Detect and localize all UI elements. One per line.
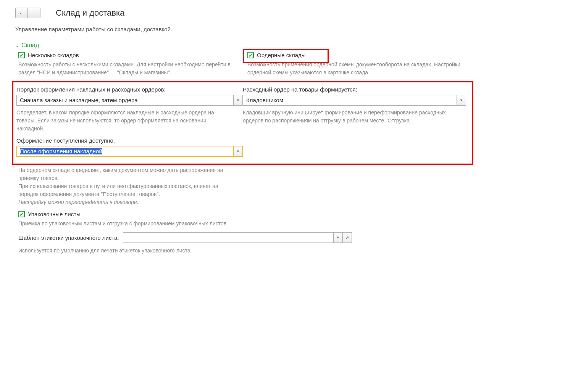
receipt-desc2: При использовании товаров в пути или нео… bbox=[18, 182, 232, 198]
receipt-desc-block: На ордерном складе определяет, каким док… bbox=[18, 166, 247, 206]
order-sequence-desc: Определяет, в каком порядке оформляются … bbox=[16, 109, 230, 133]
nav-buttons: ← → bbox=[15, 8, 40, 18]
section-toggle-warehouse[interactable]: ⌄ Склад bbox=[15, 42, 566, 49]
expense-order-dropdown-button[interactable]: ▼ bbox=[457, 95, 466, 106]
order-sequence-input[interactable]: Сначала заказы и накладные, затем ордера bbox=[16, 95, 234, 106]
receipt-desc3: Настройку можно переопределить в договор… bbox=[18, 198, 232, 206]
template-dropdown-button[interactable]: ▼ bbox=[334, 232, 343, 243]
order-warehouses-checkbox[interactable] bbox=[247, 52, 254, 58]
receipt-available-label: Оформление поступления доступно: bbox=[16, 137, 243, 144]
chevron-down-icon: ⌄ bbox=[15, 43, 19, 48]
nav-forward-button[interactable]: → bbox=[28, 8, 40, 18]
multiple-warehouses-desc: Возможность работы с несколькими складам… bbox=[18, 61, 232, 77]
receipt-available-select: После оформления накладной ▼ bbox=[16, 146, 243, 157]
template-select: ▼ ↗ bbox=[123, 232, 352, 243]
multiple-warehouses-checkbox[interactable] bbox=[18, 52, 25, 58]
receipt-available-dropdown-button[interactable]: ▼ bbox=[234, 146, 243, 157]
template-row: Шаблон этикетки упаковочного листа: ▼ ↗ bbox=[18, 232, 566, 243]
packing-lists-row: Упаковочные листы bbox=[18, 211, 566, 217]
receipt-desc1: На ордерном складе определяет, каким док… bbox=[18, 166, 232, 182]
order-sequence-dropdown-button[interactable]: ▼ bbox=[234, 95, 243, 106]
template-open-button[interactable]: ↗ bbox=[343, 232, 352, 243]
multiple-warehouses-row: Несколько складов bbox=[18, 52, 247, 58]
content-area: Несколько складов Возможность работы с н… bbox=[15, 52, 566, 255]
expense-order-value: Кладовщиком bbox=[246, 97, 283, 103]
order-warehouses-row: Ордерные склады bbox=[247, 52, 476, 58]
highlight-box-main: Порядок оформления накладных и расходных… bbox=[12, 81, 473, 165]
col-left: Несколько складов Возможность работы с н… bbox=[18, 52, 247, 81]
order-warehouses-desc: Возможность применения ордерной схемы до… bbox=[247, 61, 461, 77]
packing-lists-label: Упаковочные листы bbox=[28, 211, 81, 217]
expense-order-label: Расходный ордер на товары формируется: bbox=[243, 86, 469, 93]
packing-lists-desc: Приемка по упаковочным листам и отгрузка… bbox=[18, 220, 362, 228]
page-title: Склад и доставка bbox=[56, 8, 124, 18]
page-subtitle: Управление параметрами работы со складам… bbox=[15, 26, 566, 32]
expense-order-desc: Кладовщик вручную инициирует формировани… bbox=[243, 109, 457, 125]
expense-order-input[interactable]: Кладовщиком bbox=[243, 95, 457, 106]
receipt-available-input[interactable]: После оформления накладной bbox=[16, 146, 234, 157]
order-sequence-select: Сначала заказы и накладные, затем ордера… bbox=[16, 95, 243, 106]
section-title: Склад bbox=[21, 42, 39, 49]
template-desc: Используется по умолчанию для печати эти… bbox=[18, 247, 232, 255]
order-sequence-value: Сначала заказы и накладные, затем ордера bbox=[20, 97, 138, 103]
packing-lists-checkbox[interactable] bbox=[18, 211, 25, 217]
template-input[interactable] bbox=[123, 232, 334, 243]
block-col-right: Расходный ордер на товары формируется: К… bbox=[243, 86, 469, 160]
top-two-col: Несколько складов Возможность работы с н… bbox=[15, 52, 566, 81]
col-right: Ордерные склады Возможность применения о… bbox=[247, 52, 476, 81]
header-row: ← → Склад и доставка bbox=[15, 4, 566, 18]
expense-order-select: Кладовщиком ▼ bbox=[243, 95, 466, 106]
template-label: Шаблон этикетки упаковочного листа: bbox=[18, 235, 119, 241]
order-warehouses-label: Ордерные склады bbox=[257, 52, 306, 58]
receipt-available-value: После оформления накладной bbox=[20, 148, 102, 154]
block-two-col: Порядок оформления накладных и расходных… bbox=[16, 86, 469, 160]
block-col-left: Порядок оформления накладных и расходных… bbox=[16, 86, 243, 160]
nav-back-button[interactable]: ← bbox=[16, 8, 28, 18]
multiple-warehouses-label: Несколько складов bbox=[28, 52, 79, 58]
order-sequence-label: Порядок оформления накладных и расходных… bbox=[16, 86, 243, 93]
